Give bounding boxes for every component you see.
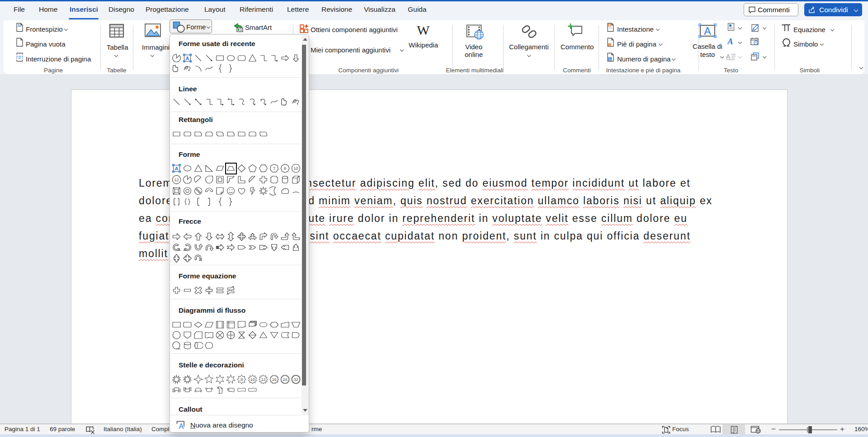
svg-text:7: 7 <box>273 166 275 171</box>
svg-text:12: 12 <box>174 178 179 182</box>
svg-text:10: 10 <box>293 166 298 171</box>
svg-text:24: 24 <box>283 377 287 382</box>
svg-text:8: 8 <box>284 166 286 171</box>
svg-text:16: 16 <box>272 377 276 382</box>
svg-text:A: A <box>726 53 731 60</box>
svg-text:A: A <box>727 37 733 46</box>
svg-text:A: A <box>175 166 179 171</box>
svg-text:12: 12 <box>261 377 265 382</box>
svg-text:32: 32 <box>293 377 298 382</box>
svg-text:A: A <box>186 56 189 61</box>
svg-text:8: 8 <box>241 377 243 382</box>
svg-text:A: A <box>704 25 711 37</box>
svg-text:A: A <box>179 423 184 430</box>
svg-text:10: 10 <box>250 377 255 382</box>
